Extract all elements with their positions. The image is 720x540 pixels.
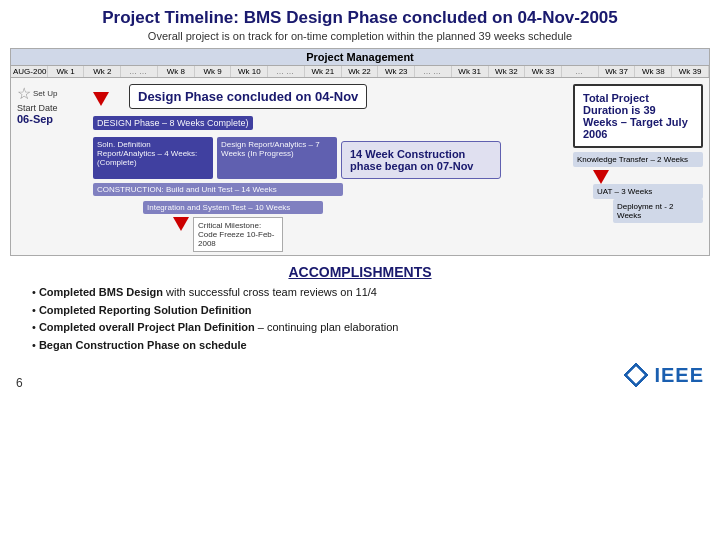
- week-38: Wk 38: [635, 66, 672, 77]
- critical-box: Critical Milestone: Code Freeze 10-Feb- …: [193, 217, 283, 252]
- week-dots2: ……: [268, 66, 305, 77]
- week-dots4: …: [562, 66, 599, 77]
- page-subtitle: Overall project is on track for on-time …: [10, 30, 710, 42]
- phase-details-row: Soln. Definition Report/Analytics – 4 We…: [93, 137, 569, 179]
- construction-14wk-box: 14 Week Construction phase began on 07-N…: [341, 141, 501, 179]
- integration-bar: Integration and System Test – 10 Weeks: [143, 201, 323, 214]
- week-8: Wk 8: [158, 66, 195, 77]
- ieee-logo: IEEE: [621, 360, 704, 390]
- list-item: Completed Reporting Solution Definition: [24, 302, 704, 320]
- page-title: Project Timeline: BMS Design Phase concl…: [10, 8, 710, 28]
- start-info: ☆ Set Up Start Date 06-Sep: [17, 84, 89, 255]
- week-23: Wk 23: [378, 66, 415, 77]
- design-concluded-row: Design Phase concluded on 04-Nov: [93, 84, 569, 113]
- soln-box: Soln. Definition Report/Analytics – 4 We…: [93, 137, 213, 179]
- start-date-label: Start Date: [17, 103, 89, 113]
- acc-bold-3: Completed overall: [39, 321, 137, 333]
- down-arrow-icon-3: [593, 170, 609, 184]
- week-37: Wk 37: [599, 66, 636, 77]
- week-32: Wk 32: [489, 66, 526, 77]
- week-39: Wk 39: [672, 66, 709, 77]
- accomplishments-title: ACCOMPLISHMENTS: [16, 264, 704, 280]
- accomplishments-section: ACCOMPLISHMENTS Completed BMS Design wit…: [10, 264, 710, 354]
- week-2: Wk 2: [84, 66, 121, 77]
- acc-bold-1: Completed BMS Design: [39, 286, 163, 298]
- week-9: Wk 9: [195, 66, 232, 77]
- design-phase-row: DESIGN Phase – 8 Weeks Complete): [93, 116, 569, 134]
- star-icon: ☆: [17, 84, 31, 103]
- week-dots3: ……: [415, 66, 452, 77]
- accomplishments-list: Completed BMS Design with successful cro…: [16, 284, 704, 354]
- total-duration-box: Total Project Duration is 39 Weeks – Tar…: [573, 84, 703, 148]
- design-report-box: Design Report/Analytics – 7 Weeks (In Pr…: [217, 137, 337, 179]
- deploy-box: Deployme nt - 2 Weeks: [613, 199, 703, 223]
- right-panel: Total Project Duration is 39 Weeks – Tar…: [573, 84, 703, 255]
- week-33: Wk 33: [525, 66, 562, 77]
- construction-bar-row: CONSTRUCTION: Build and Unit Test – 14 W…: [93, 183, 569, 196]
- ieee-label: IEEE: [654, 364, 704, 387]
- design-concluded-banner: Design Phase concluded on 04-Nov: [129, 84, 367, 109]
- ieee-diamond-icon: [621, 360, 651, 390]
- setup-label: Set Up: [33, 89, 57, 98]
- design-phase-bar: DESIGN Phase – 8 Weeks Complete): [93, 116, 253, 130]
- week-1: Wk 1: [48, 66, 85, 77]
- uat-box: UAT – 3 Weeks: [593, 184, 703, 199]
- week-21: Wk 21: [305, 66, 342, 77]
- down-arrow-icon-2: [173, 217, 189, 231]
- acc-bold-4: Began Construction Phase on schedule: [39, 339, 247, 351]
- bottom-row: 6 IEEE: [10, 360, 710, 390]
- acc-text-1: with successful cross team reviews on 11…: [163, 286, 377, 298]
- integration-row: Integration and System Test – 10 Weeks C…: [93, 199, 569, 252]
- acc-bold-3b: Project Plan Definition: [137, 321, 254, 333]
- week-10: Wk 10: [231, 66, 268, 77]
- weeks-row: AUG-200 Wk 1 Wk 2 …… Wk 8 Wk 9 Wk 10 …… …: [11, 66, 709, 78]
- pm-header: Project Management: [11, 49, 709, 66]
- knowledge-box: Knowledge Transfer – 2 Weeks: [573, 152, 703, 167]
- week-22: Wk 22: [342, 66, 379, 77]
- list-item: Began Construction Phase on schedule: [24, 337, 704, 355]
- timeline-center: Design Phase concluded on 04-Nov DESIGN …: [93, 84, 569, 255]
- week-dots1: ……: [121, 66, 158, 77]
- acc-text-3: – continuing plan elaboration: [255, 321, 399, 333]
- list-item: Completed BMS Design with successful cro…: [24, 284, 704, 302]
- down-arrow-icon: [93, 92, 109, 106]
- start-date: 06-Sep: [17, 113, 89, 125]
- timeline-body: ☆ Set Up Start Date 06-Sep Design Phase …: [11, 78, 709, 255]
- construction-bar: CONSTRUCTION: Build and Unit Test – 14 W…: [93, 183, 343, 196]
- week-31: Wk 31: [452, 66, 489, 77]
- week-aug: AUG-200: [11, 66, 48, 77]
- list-item: Completed overall Project Plan Definitio…: [24, 319, 704, 337]
- page-number: 6: [16, 376, 23, 390]
- acc-bold-2: Completed Reporting Solution Definition: [39, 304, 252, 316]
- timeline-container: Project Management AUG-200 Wk 1 Wk 2 …… …: [10, 48, 710, 256]
